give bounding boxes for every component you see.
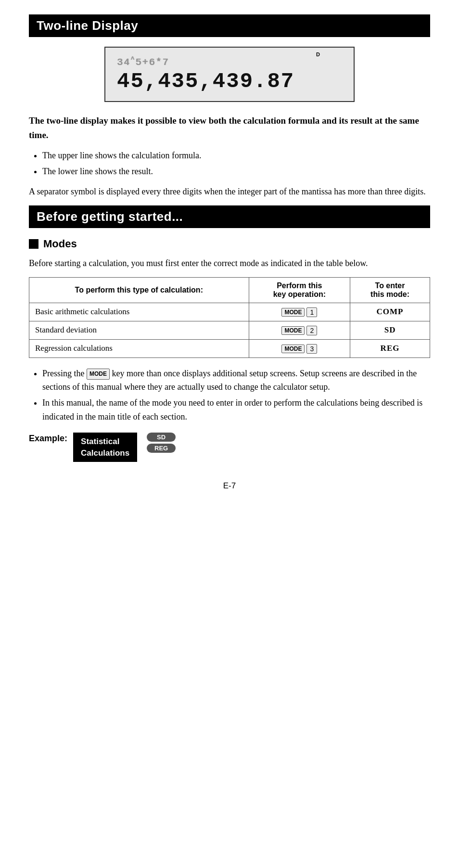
table-cell-calculation: Basic arithmetic calculations: [29, 303, 249, 321]
table-header-mode: To enter this mode:: [350, 277, 430, 303]
page-number-text: E-7: [223, 481, 236, 490]
bullet2-text: In this manual, the name of the mode you…: [42, 398, 422, 421]
mode-key-label: MODE: [284, 327, 302, 334]
page-content: Two-line Display D 34^5+6*7 45,435,439.8…: [29, 14, 430, 491]
list-item: The lower line shows the result.: [42, 165, 430, 179]
modes-heading-text: Modes: [43, 238, 77, 250]
table-header-calculation: To perform this type of calculation:: [29, 277, 249, 303]
bullet-text: The upper line shows the calculation for…: [42, 151, 201, 160]
num-key: 3: [306, 344, 317, 354]
table-cell-mode: COMP: [350, 303, 430, 321]
table-cell-key-op: MODE 3: [249, 339, 350, 357]
num-key-label: 1: [310, 308, 314, 316]
row3-mode: REG: [381, 344, 400, 353]
section-title-display: Two-line Display: [37, 18, 138, 33]
mode-key-label: MODE: [284, 309, 302, 316]
row1-calculation: Basic arithmetic calculations: [35, 307, 129, 316]
intro-bold-content: The two-line display makes it possible t…: [29, 115, 419, 140]
table-header-row: To perform this type of calculation: Per…: [29, 277, 430, 303]
lcd-result: 45,435,439.87: [117, 71, 294, 92]
table-row: Basic arithmetic calculations MODE 1 COM…: [29, 303, 430, 321]
badge-sd-text: SD: [157, 434, 166, 441]
section-title-started: Before getting started...: [37, 209, 183, 224]
num-key-label: 2: [310, 327, 314, 334]
example-row: Example: Statistical Calculations SD REG: [29, 433, 430, 462]
num-key-label: 3: [310, 345, 314, 353]
lcd-top-line: 34^5+6*7: [117, 55, 342, 68]
example-box-line2: Calculations: [81, 447, 129, 459]
mode-key-inline: MODE: [87, 369, 110, 380]
list-item: The upper line shows the calculation for…: [42, 149, 430, 163]
example-badge-sd: SD: [147, 433, 176, 442]
row1-mode: COMP: [377, 307, 404, 316]
mode-key: MODE: [281, 308, 305, 317]
mode-key: MODE: [281, 345, 305, 353]
lcd-bottom-line: 45,435,439.87: [117, 70, 342, 93]
bullet-text: The lower line shows the result.: [42, 166, 153, 176]
table-cell-mode: REG: [350, 339, 430, 357]
row2-mode: SD: [384, 325, 396, 334]
inline-mode-key: MODE: [87, 369, 110, 380]
separator-text: A separator symbol is displayed every th…: [29, 185, 430, 199]
table-cell-key-op: MODE 2: [249, 321, 350, 339]
row2-calculation: Standard deviation: [35, 325, 97, 334]
mode-key-label: MODE: [284, 345, 302, 352]
row3-calculation: Regression calculations: [35, 344, 113, 353]
col2-line1: Perform this: [277, 281, 322, 290]
key-operation-display: MODE 3: [281, 344, 317, 354]
col3-line2: this mode:: [370, 290, 409, 298]
example-label: Example:: [29, 433, 67, 444]
section-header-started: Before getting started...: [29, 205, 430, 228]
section-header-display: Two-line Display: [29, 14, 430, 37]
example-badge-reg: REG: [147, 444, 176, 453]
table-cell-mode: SD: [350, 321, 430, 339]
table-row: Standard deviation MODE 2 SD: [29, 321, 430, 339]
subsection-modes: Modes: [29, 238, 430, 250]
col3-line1: To enter: [375, 281, 405, 290]
table-header-key-op: Perform this key operation:: [249, 277, 350, 303]
separator-text-content: A separator symbol is displayed every th…: [29, 187, 426, 196]
example-box-line1: Statistical: [81, 436, 129, 447]
modes-intro-text: Before starting a calculation, you must …: [29, 257, 430, 270]
modes-table: To perform this type of calculation: Per…: [29, 277, 430, 358]
mode-key: MODE: [281, 326, 305, 335]
list-item: In this manual, the name of the mode you…: [42, 396, 430, 424]
table-cell-calculation: Standard deviation: [29, 321, 249, 339]
table-cell-calculation: Regression calculations: [29, 339, 249, 357]
table-cell-key-op: MODE 1: [249, 303, 350, 321]
badge-reg-text: REG: [154, 445, 168, 452]
example-box: Statistical Calculations: [73, 433, 137, 462]
lcd-display: D 34^5+6*7 45,435,439.87: [104, 47, 355, 102]
key-operation-display: MODE 2: [281, 326, 317, 335]
col2-line2: key operation:: [273, 290, 326, 298]
num-key: 2: [306, 326, 317, 335]
key-operation-display: MODE 1: [281, 307, 317, 317]
modes-intro-content: Before starting a calculation, you must …: [29, 258, 368, 268]
bullet-list-modes: Pressing the MODE key more than once dis…: [42, 367, 430, 424]
page-number: E-7: [29, 481, 430, 491]
list-item: Pressing the MODE key more than once dis…: [42, 367, 430, 395]
bullet-list-display: The upper line shows the calculation for…: [42, 149, 430, 179]
intro-bold-text: The two-line display makes it possible t…: [29, 114, 430, 142]
table-row: Regression calculations MODE 3 REG: [29, 339, 430, 357]
black-square-icon: [29, 239, 38, 249]
num-key: 1: [306, 307, 317, 317]
col1-header: To perform this type of calculation:: [75, 286, 203, 294]
example-badge-container: SD REG: [147, 433, 176, 453]
